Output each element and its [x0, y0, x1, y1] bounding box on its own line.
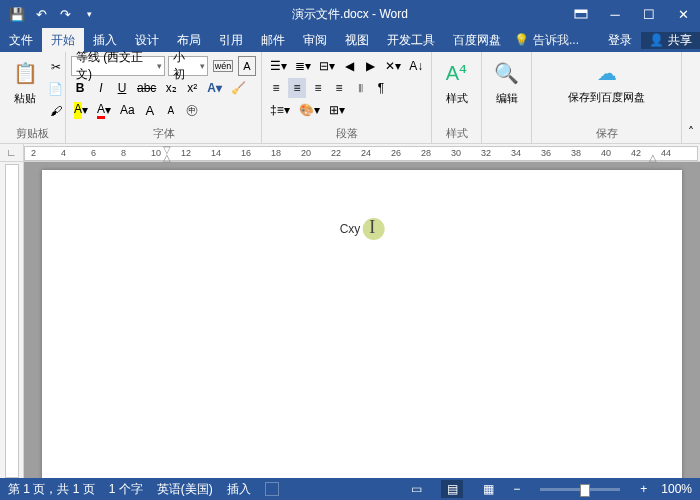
save-icon[interactable]: 💾 — [6, 3, 28, 25]
document-text[interactable]: Cxy — [340, 218, 385, 240]
decrease-indent-button[interactable]: ◀ — [341, 56, 359, 76]
close-icon[interactable]: ✕ — [666, 0, 700, 28]
tell-me[interactable]: 💡告诉我... — [514, 28, 579, 52]
zoom-in-icon[interactable]: + — [640, 482, 647, 496]
paste-icon: 📋 — [9, 57, 41, 89]
baidu-save-button[interactable]: ☁ 保存到百度网盘 — [537, 55, 676, 105]
ruler-track-v[interactable] — [5, 164, 19, 478]
ruler-tick: 18 — [271, 148, 281, 158]
group-clipboard: 📋 粘贴 ✂ 📄 🖌 剪贴板 — [0, 52, 66, 143]
tab-ref[interactable]: 引用 — [210, 28, 252, 52]
macro-record-icon[interactable] — [265, 482, 279, 496]
share-button[interactable]: 👤共享 — [641, 32, 700, 49]
align-right-button[interactable]: ≡ — [309, 78, 327, 98]
shrink-font-button[interactable]: A — [162, 100, 180, 120]
font-size-value: 小初 — [173, 49, 192, 83]
ruler-tick: 40 — [601, 148, 611, 158]
ruler-tick: 2 — [31, 148, 36, 158]
web-layout-icon[interactable]: ▦ — [477, 480, 499, 498]
clear-format-button[interactable]: 🧹 — [228, 78, 249, 98]
maximize-icon[interactable]: ☐ — [632, 0, 666, 28]
status-bar: 第 1 页，共 1 页 1 个字 英语(美国) 插入 ▭ ▤ ▦ − + 100… — [0, 478, 700, 500]
styles-icon: A⁴ — [441, 57, 473, 89]
ruler-track-h[interactable]: ▽ △ △ 2468101214161820222426283032343638… — [24, 146, 698, 161]
ruler-tick: 38 — [571, 148, 581, 158]
paste-label: 粘贴 — [14, 91, 36, 106]
print-layout-icon[interactable]: ▤ — [441, 480, 463, 498]
ruler-tick: 42 — [631, 148, 641, 158]
char-border-button[interactable]: A — [238, 56, 256, 76]
ribbon-opts-icon[interactable] — [564, 0, 598, 28]
shading-button[interactable]: 🎨▾ — [296, 100, 323, 120]
font-family-value: 等线 (西文正文) — [76, 49, 150, 83]
styles-button[interactable]: A⁴ 样式 — [437, 55, 476, 108]
tab-baidu[interactable]: 百度网盘 — [444, 28, 510, 52]
ruler-tick: 22 — [331, 148, 341, 158]
font-color-button[interactable]: A▾ — [94, 100, 114, 120]
highlight-button[interactable]: A▾ — [71, 100, 91, 120]
group-label-font: 字体 — [71, 124, 256, 143]
enclose-char-button[interactable]: ㊥ — [183, 100, 201, 120]
tab-file[interactable]: 文件 — [0, 28, 42, 52]
edit-button[interactable]: 🔍 编辑 — [487, 55, 526, 108]
minimize-icon[interactable]: ─ — [598, 0, 632, 28]
redo-icon[interactable]: ↷ — [54, 3, 76, 25]
font-family-select[interactable]: 等线 (西文正文) — [71, 56, 165, 76]
group-styles: A⁴ 样式 样式 — [432, 52, 482, 143]
collapse-ribbon-icon[interactable]: ˄ — [682, 52, 700, 143]
status-page[interactable]: 第 1 页，共 1 页 — [8, 481, 95, 498]
show-marks-button[interactable]: ¶ — [372, 78, 390, 98]
format-painter-icon[interactable]: 🖌 — [45, 101, 66, 121]
group-save: ☁ 保存到百度网盘 保存 — [532, 52, 682, 143]
change-case-button[interactable]: Aa — [117, 100, 138, 120]
tab-review[interactable]: 审阅 — [294, 28, 336, 52]
grow-font-button[interactable]: A — [141, 100, 159, 120]
increase-indent-button[interactable]: ▶ — [362, 56, 380, 76]
tab-dev[interactable]: 开发工具 — [378, 28, 444, 52]
tell-me-label: 告诉我... — [533, 32, 579, 49]
multilevel-button[interactable]: ⊟▾ — [316, 56, 337, 76]
align-center-button[interactable]: ≡ — [288, 78, 306, 98]
group-paragraph: ☰▾ ≣▾ ⊟▾ ◀ ▶ ✕▾ A↓ ≡ ≡ ≡ ≡ ⫴ ¶ ‡≡▾ 🎨▾ ⊞▾… — [262, 52, 432, 143]
status-lang[interactable]: 英语(美国) — [157, 481, 213, 498]
zoom-value[interactable]: 100% — [661, 482, 692, 496]
ruler-tick: 14 — [211, 148, 221, 158]
copy-icon[interactable]: 📄 — [45, 79, 66, 99]
tab-view[interactable]: 视图 — [336, 28, 378, 52]
styles-label: 样式 — [446, 91, 468, 106]
sort-button[interactable]: A↓ — [407, 56, 426, 76]
distributed-button[interactable]: ⫴ — [351, 78, 369, 98]
document-area: Cxy — [0, 162, 700, 478]
bullets-button[interactable]: ☰▾ — [267, 56, 289, 76]
status-words[interactable]: 1 个字 — [109, 481, 143, 498]
page-scroll[interactable]: Cxy — [24, 162, 700, 478]
bulb-icon: 💡 — [514, 33, 529, 47]
status-mode[interactable]: 插入 — [227, 481, 251, 498]
zoom-slider[interactable] — [540, 488, 620, 491]
ruler-tick: 44 — [661, 148, 671, 158]
ruler-tick: 10 — [151, 148, 161, 158]
numbering-button[interactable]: ≣▾ — [292, 56, 313, 76]
read-mode-icon[interactable]: ▭ — [405, 480, 427, 498]
justify-button[interactable]: ≡ — [330, 78, 348, 98]
zoom-out-icon[interactable]: − — [513, 482, 520, 496]
align-left-button[interactable]: ≡ — [267, 78, 285, 98]
borders-button[interactable]: ⊞▾ — [326, 100, 348, 120]
tab-mail[interactable]: 邮件 — [252, 28, 294, 52]
wen-label: wén — [213, 60, 234, 72]
cut-icon[interactable]: ✂ — [45, 57, 66, 77]
login-button[interactable]: 登录 — [599, 32, 641, 49]
font-size-select[interactable]: 小初 — [168, 56, 207, 76]
line-spacing-button[interactable]: ‡≡▾ — [267, 100, 293, 120]
phonetic-guide-button[interactable]: wén — [211, 56, 235, 76]
qat-more-icon[interactable]: ▾ — [78, 3, 100, 25]
title-bar: 💾 ↶ ↷ ▾ 演示文件.docx - Word ─ ☐ ✕ — [0, 0, 700, 28]
undo-icon[interactable]: ↶ — [30, 3, 52, 25]
ruler-tick: 32 — [481, 148, 491, 158]
document-page[interactable]: Cxy — [42, 170, 682, 478]
paste-button[interactable]: 📋 粘贴 — [5, 55, 45, 108]
tab-selector[interactable]: ∟ — [0, 144, 24, 161]
cloud-icon: ☁ — [591, 57, 623, 89]
text-effects-button[interactable]: A▾ — [204, 78, 225, 98]
asian-layout-button[interactable]: ✕▾ — [383, 56, 404, 76]
